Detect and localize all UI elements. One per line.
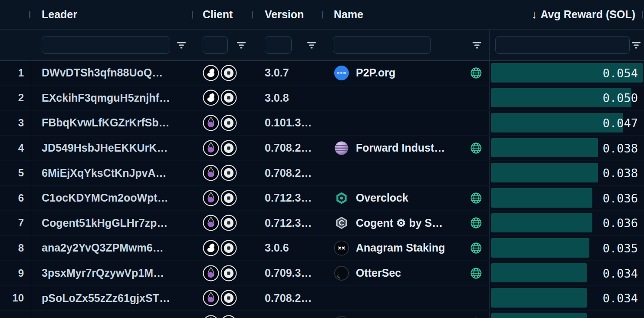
leader-cell[interactable]: EXckihF3qmguH5znjhf… (31, 86, 194, 110)
table-row[interactable]: 7Cogent51kHgGLHr7zp…0.712.3…CCogent ⚙ by… (0, 211, 644, 236)
leader-cell[interactable] (31, 311, 194, 318)
name-filter-input[interactable] (333, 36, 431, 54)
validator-name: Cogent ⚙ by S… (356, 217, 443, 229)
jito-client-icon (220, 165, 237, 181)
table-row[interactable]: 10pSoLoZx55zZz61gjxST…0.708.2…0.034 (0, 286, 644, 311)
leader-address: JD549HsbJHeEKKUrK… (42, 142, 168, 154)
leader-cell[interactable]: DWvDTSh3qfn88UoQ… (31, 61, 194, 85)
filter-row-number-cell (0, 30, 31, 60)
reward-value: 0.054 (603, 66, 638, 80)
reward-value: 0.036 (603, 216, 638, 230)
jito-client-icon (220, 215, 237, 231)
reward-cell: 0.036 (490, 211, 644, 235)
table-row[interactable]: 8ana2y2YvQ3ZPMwm6…3.0.6Anagram Staking0.… (0, 236, 644, 261)
validator-name: Overclock (356, 192, 408, 204)
agave-client-icon (203, 215, 219, 231)
table-filter-row (0, 30, 644, 61)
agave-client-icon (203, 315, 219, 318)
filter-name-cell (324, 30, 490, 60)
reward-value: 0.034 (603, 266, 638, 280)
validator-name: Anagram Staking (356, 242, 445, 254)
client-cell (194, 136, 254, 160)
version-cell: 0.708.2… (254, 286, 324, 310)
table-row[interactable]: 56MiEjXqYksCtKnJpvA…0.708.2…0.038 (0, 161, 644, 186)
jito-client-icon (220, 190, 237, 206)
agave-client-icon (203, 165, 219, 181)
leader-cell[interactable]: JD549HsbJHeEKKUrK… (31, 136, 194, 160)
header-avg-reward[interactable]: ↓ Avg Reward (SOL) (490, 0, 644, 29)
leader-filter-input[interactable] (42, 36, 170, 54)
name-filter-button[interactable] (470, 40, 483, 51)
table-row[interactable]: 110.034 (0, 311, 644, 318)
table-row[interactable]: 93psxMyr7rQzywVp1M…0.709.3…OtterSec0.034 (0, 261, 644, 286)
client-cell (194, 286, 254, 310)
client-cell (194, 86, 254, 110)
leader-address: C1ocKDYMCm2ooWpt… (42, 192, 168, 204)
agave-client-icon (203, 190, 219, 206)
website-globe-icon[interactable] (470, 242, 483, 255)
filter-icon (631, 41, 641, 49)
jito-client-icon (220, 265, 237, 282)
table-row[interactable]: 6C1ocKDYMCm2ooWpt…0.712.3…Overclock0.036 (0, 186, 644, 211)
header-client[interactable]: Client (194, 0, 254, 29)
reward-cell: 0.054 (490, 61, 644, 85)
name-cell: Overclock (324, 186, 490, 210)
reward-cell: 0.050 (490, 86, 644, 110)
leader-cell[interactable]: FBbqKvwLfKGZrKrfSb… (31, 111, 194, 135)
leader-cell[interactable]: C1ocKDYMCm2ooWpt… (31, 186, 194, 210)
name-cell: P2P.org (324, 61, 490, 85)
filter-icon (307, 41, 316, 49)
reward-cell: 0.034 (490, 286, 644, 310)
reward-filter-button[interactable] (630, 40, 643, 51)
header-name[interactable]: Name (324, 0, 490, 29)
row-number: 10 (0, 286, 31, 310)
row-number: 3 (0, 111, 31, 135)
leader-filter-button[interactable] (175, 40, 188, 51)
website-globe-icon[interactable] (470, 192, 483, 205)
header-leader[interactable]: Leader (31, 0, 194, 29)
filter-icon (177, 41, 186, 49)
client-cell (194, 236, 254, 260)
table-row[interactable]: 4JD549HsbJHeEKKUrK…0.708.2…Forward Indus… (0, 136, 644, 161)
reward-value: 0.036 (603, 191, 638, 205)
svg-text:C: C (339, 219, 344, 227)
website-globe-icon[interactable] (470, 216, 483, 229)
version-filter-input[interactable] (265, 36, 292, 54)
client-filter-input[interactable] (203, 36, 228, 54)
leader-address: EXckihF3qmguH5znjhf… (42, 92, 170, 104)
version-cell: 0.708.2… (254, 136, 324, 160)
leader-address: ana2y2YvQ3ZPMwm6… (42, 242, 164, 254)
name-cell: CCogent ⚙ by S… (324, 211, 490, 235)
jito-client-icon (220, 115, 237, 131)
client-filter-button[interactable] (235, 40, 248, 51)
header-version[interactable]: Version (254, 0, 324, 29)
version-cell: 0.708.2… (254, 161, 324, 185)
website-globe-icon[interactable] (470, 66, 483, 80)
leader-cell[interactable]: 6MiEjXqYksCtKnJpvA… (31, 161, 194, 185)
client-cell (194, 311, 254, 318)
leader-address: Cogent51kHgGLHr7zp… (42, 217, 168, 229)
filter-client-cell (194, 30, 254, 60)
leader-cell[interactable]: 3psxMyr7rQzywVp1M… (31, 261, 194, 285)
website-globe-icon[interactable] (470, 142, 483, 155)
row-number: 5 (0, 161, 31, 185)
website-globe-icon[interactable] (470, 267, 483, 280)
filter-icon (472, 41, 482, 49)
reward-value: 0.047 (603, 116, 638, 129)
leader-cell[interactable]: ana2y2YvQ3ZPMwm6… (31, 236, 194, 260)
row-number: 1 (0, 61, 31, 85)
client-cell (194, 261, 254, 285)
firedancer-client-icon (203, 65, 219, 81)
name-cell (324, 86, 490, 110)
table-row[interactable]: 2EXckihF3qmguH5znjhf…3.0.80.050 (0, 86, 644, 111)
leader-address: pSoLoZx55zZz61gjxST… (42, 292, 170, 305)
name-cell: OtterSec (324, 261, 490, 285)
table-row[interactable]: 3FBbqKvwLfKGZrKrfSb…0.101.3…0.047 (0, 111, 644, 136)
version-filter-button[interactable] (305, 40, 318, 51)
version-cell: 0.712.3… (254, 211, 324, 235)
filter-leader-cell (31, 30, 194, 60)
reward-filter-input[interactable] (495, 36, 630, 54)
table-row[interactable]: 1DWvDTSh3qfn88UoQ…3.0.7P2P.org0.054 (0, 61, 644, 86)
leader-cell[interactable]: pSoLoZx55zZz61gjxST… (31, 286, 194, 310)
leader-cell[interactable]: Cogent51kHgGLHr7zp… (31, 211, 194, 235)
